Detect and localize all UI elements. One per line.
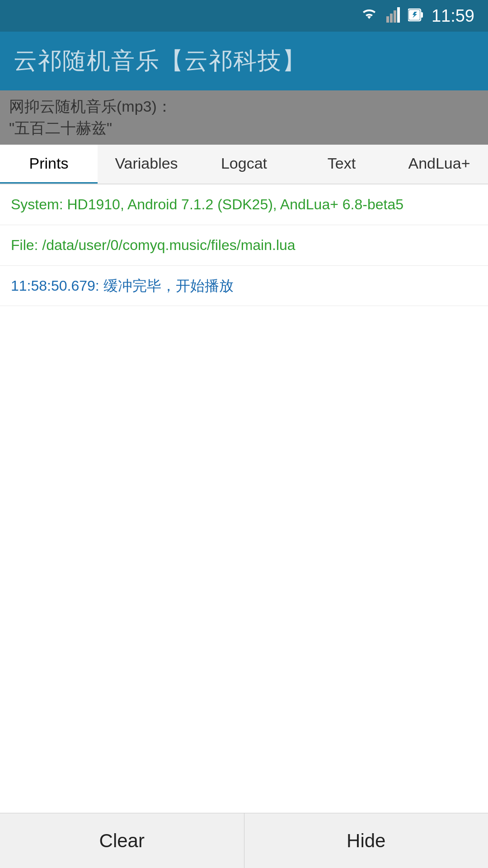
tab-andlua-label: AndLua+ xyxy=(408,155,470,172)
media-text: 网抑云随机音乐(mp3)： "五百二十赫兹" xyxy=(9,96,172,139)
log-item: System: HD1910, Android 7.1.2 (SDK25), A… xyxy=(0,184,488,225)
bottom-bar: Clear Hide xyxy=(0,813,488,868)
wifi-icon xyxy=(360,8,378,24)
media-line2: "五百二十赫兹" xyxy=(9,118,172,139)
tab-bar: Prints Variables Logcat Text AndLua+ xyxy=(0,145,488,184)
hide-button[interactable]: Hide xyxy=(244,813,488,868)
svg-rect-1 xyxy=(390,14,393,23)
tab-prints[interactable]: Prints xyxy=(0,145,98,184)
tab-logcat[interactable]: Logcat xyxy=(195,145,293,184)
status-time: 11:59 xyxy=(432,6,474,26)
log-text-1: System: HD1910, Android 7.1.2 (SDK25), A… xyxy=(11,196,404,212)
svg-rect-3 xyxy=(397,7,400,23)
status-bar: 11:59 xyxy=(0,0,488,32)
tab-prints-label: Prints xyxy=(29,155,69,172)
clear-button[interactable]: Clear xyxy=(0,813,244,868)
content-area: System: HD1910, Android 7.1.2 (SDK25), A… xyxy=(0,184,488,826)
signal-icon xyxy=(386,7,400,24)
tab-text[interactable]: Text xyxy=(293,145,390,184)
tab-andlua[interactable]: AndLua+ xyxy=(390,145,488,184)
tab-variables[interactable]: Variables xyxy=(98,145,195,184)
tab-logcat-label: Logcat xyxy=(221,155,267,172)
tab-text-label: Text xyxy=(328,155,356,172)
battery-icon xyxy=(408,7,423,24)
svg-rect-2 xyxy=(394,10,396,23)
app-title: 云祁随机音乐【云祁科技】 xyxy=(14,45,306,77)
app-bar: 云祁随机音乐【云祁科技】 xyxy=(0,32,488,90)
log-text-3: 11:58:50.679: 缓冲完毕，开始播放 xyxy=(11,278,234,294)
svg-rect-5 xyxy=(421,12,423,18)
svg-rect-0 xyxy=(386,16,389,23)
log-item: 11:58:50.679: 缓冲完毕，开始播放 xyxy=(0,266,488,307)
log-item: File: /data/user/0/comyq.music/files/mai… xyxy=(0,225,488,266)
media-line1: 网抑云随机音乐(mp3)： xyxy=(9,96,172,118)
log-text-2: File: /data/user/0/comyq.music/files/mai… xyxy=(11,237,296,253)
media-info: 网抑云随机音乐(mp3)： "五百二十赫兹" xyxy=(0,90,488,145)
tab-variables-label: Variables xyxy=(115,155,178,172)
